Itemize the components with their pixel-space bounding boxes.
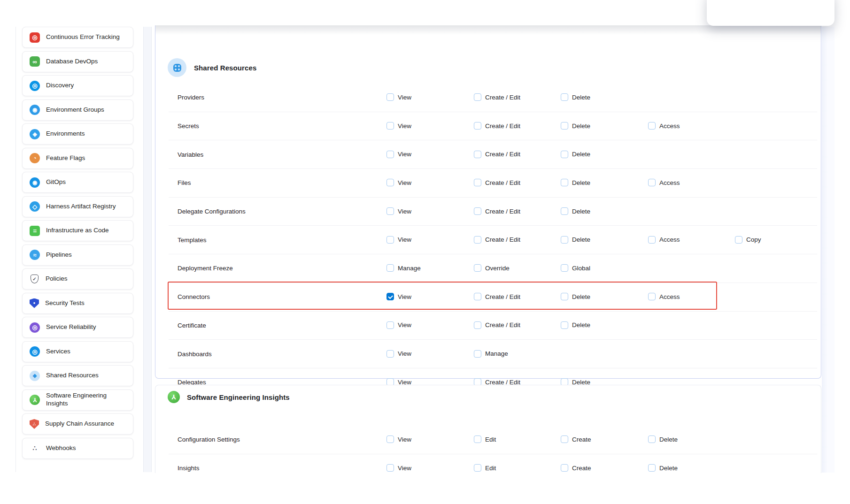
permission-view[interactable]: View bbox=[386, 122, 411, 130]
permission-create-edit[interactable]: Create / Edit bbox=[474, 293, 520, 300]
permission-access[interactable]: Access bbox=[648, 293, 680, 300]
checkbox-create[interactable] bbox=[561, 435, 568, 443]
checkbox-edit[interactable] bbox=[474, 435, 481, 443]
checkbox-create-edit[interactable] bbox=[474, 151, 481, 158]
sidebar-item-services[interactable]: Services bbox=[22, 341, 133, 362]
checkbox-create-edit[interactable] bbox=[474, 236, 481, 244]
checkbox-view[interactable] bbox=[386, 93, 394, 101]
checkbox-global[interactable] bbox=[561, 264, 568, 272]
permission-manage[interactable]: Manage bbox=[474, 350, 508, 358]
content-scrollbar[interactable] bbox=[822, 27, 835, 473]
sidebar-item-environment-groups[interactable]: Environment Groups bbox=[22, 99, 133, 121]
checkbox-view[interactable] bbox=[386, 435, 394, 443]
permission-create-edit[interactable]: Create / Edit bbox=[474, 236, 520, 244]
permission-delete[interactable]: Delete bbox=[561, 93, 590, 101]
permission-create-edit[interactable]: Create / Edit bbox=[474, 321, 520, 329]
permission-view[interactable]: View bbox=[386, 435, 411, 443]
permission-override[interactable]: Override bbox=[474, 264, 510, 272]
permission-delete[interactable]: Delete bbox=[561, 122, 590, 130]
permission-delete[interactable]: Delete bbox=[648, 435, 678, 443]
permission-view[interactable]: View bbox=[386, 464, 411, 472]
sidebar-item-policies[interactable]: Policies bbox=[22, 268, 133, 290]
permission-manage[interactable]: Manage bbox=[386, 264, 421, 272]
checkbox-delete[interactable] bbox=[561, 151, 568, 158]
sidebar-item-gitops[interactable]: GitOps bbox=[22, 172, 133, 193]
sidebar-item-service-reliability[interactable]: Service Reliability bbox=[22, 317, 133, 338]
checkbox-delete[interactable] bbox=[648, 435, 656, 443]
permission-access[interactable]: Access bbox=[648, 236, 680, 244]
checkbox-view[interactable] bbox=[386, 293, 394, 300]
sidebar-item-discovery[interactable]: Discovery bbox=[22, 75, 133, 96]
checkbox-create-edit[interactable] bbox=[474, 122, 481, 130]
checkbox-delete[interactable] bbox=[648, 464, 656, 472]
checkbox-delete[interactable] bbox=[561, 293, 568, 300]
permission-view[interactable]: View bbox=[386, 293, 411, 300]
checkbox-access[interactable] bbox=[648, 179, 656, 186]
checkbox-manage[interactable] bbox=[474, 350, 481, 358]
permission-create-edit[interactable]: Create / Edit bbox=[474, 151, 520, 158]
checkbox-create-edit[interactable] bbox=[474, 179, 481, 186]
checkbox-access[interactable] bbox=[648, 236, 656, 244]
permission-access[interactable]: Access bbox=[648, 179, 680, 186]
permission-edit[interactable]: Edit bbox=[474, 464, 496, 472]
permission-delete[interactable]: Delete bbox=[561, 151, 590, 158]
checkbox-edit[interactable] bbox=[474, 464, 481, 472]
checkbox-override[interactable] bbox=[474, 264, 481, 272]
permission-create-edit[interactable]: Create / Edit bbox=[474, 207, 520, 215]
permission-delete[interactable]: Delete bbox=[648, 464, 678, 472]
checkbox-delete[interactable] bbox=[561, 179, 568, 186]
sidebar-item-continuous-error-tracking[interactable]: Continuous Error Tracking bbox=[22, 27, 133, 48]
checkbox-view[interactable] bbox=[386, 236, 394, 244]
checkbox-view[interactable] bbox=[386, 179, 394, 186]
checkbox-create-edit[interactable] bbox=[474, 93, 481, 101]
permission-view[interactable]: View bbox=[386, 236, 411, 244]
permission-create[interactable]: Create bbox=[561, 435, 591, 443]
checkbox-manage[interactable] bbox=[386, 264, 394, 272]
sidebar-item-software-engineering-insights[interactable]: Software Engineering Insights bbox=[22, 389, 133, 411]
permission-create-edit[interactable]: Create / Edit bbox=[474, 122, 520, 130]
sidebar-scrollbar[interactable] bbox=[143, 27, 152, 472]
permission-delete[interactable]: Delete bbox=[561, 179, 590, 186]
checkbox-create-edit[interactable] bbox=[474, 207, 481, 215]
sidebar-item-feature-flags[interactable]: Feature Flags bbox=[22, 148, 133, 169]
checkbox-access[interactable] bbox=[648, 293, 656, 300]
permission-view[interactable]: View bbox=[386, 321, 411, 329]
checkbox-view[interactable] bbox=[386, 122, 394, 130]
checkbox-view[interactable] bbox=[386, 464, 394, 472]
sidebar-item-harness-artifact-registry[interactable]: Harness Artifact Registry bbox=[22, 196, 133, 217]
sidebar-item-database-devops[interactable]: Database DevOps bbox=[22, 51, 133, 72]
checkbox-view[interactable] bbox=[386, 350, 394, 358]
checkbox-view[interactable] bbox=[386, 207, 394, 215]
checkbox-create-edit[interactable] bbox=[474, 293, 481, 300]
permission-view[interactable]: View bbox=[386, 93, 411, 101]
checkbox-create-edit[interactable] bbox=[474, 321, 481, 329]
permission-create[interactable]: Create bbox=[561, 464, 591, 472]
permission-global[interactable]: Global bbox=[561, 264, 590, 272]
permission-delete[interactable]: Delete bbox=[561, 293, 590, 300]
sidebar-item-infrastructure-as-code[interactable]: Infrastructure as Code bbox=[22, 220, 133, 241]
sidebar-item-pipelines[interactable]: Pipelines bbox=[22, 244, 133, 266]
checkbox-delete[interactable] bbox=[561, 93, 568, 101]
permission-view[interactable]: View bbox=[386, 179, 411, 186]
checkbox-view[interactable] bbox=[386, 321, 394, 329]
checkbox-access[interactable] bbox=[648, 122, 656, 130]
checkbox-view[interactable] bbox=[386, 151, 394, 158]
permission-delete[interactable]: Delete bbox=[561, 321, 590, 329]
permission-create-edit[interactable]: Create / Edit bbox=[474, 179, 520, 186]
permission-delete[interactable]: Delete bbox=[561, 236, 590, 244]
permission-delete[interactable]: Delete bbox=[561, 207, 590, 215]
sidebar-item-security-tests[interactable]: Security Tests bbox=[22, 293, 133, 314]
permission-access[interactable]: Access bbox=[648, 122, 680, 130]
permission-view[interactable]: View bbox=[386, 350, 411, 358]
sidebar-item-webhooks[interactable]: Webhooks bbox=[22, 438, 133, 459]
checkbox-delete[interactable] bbox=[561, 236, 568, 244]
sidebar-item-shared-resources[interactable]: Shared Resources bbox=[22, 365, 133, 386]
sidebar-item-environments[interactable]: Environments bbox=[22, 123, 133, 145]
sidebar-item-supply-chain-assurance[interactable]: Supply Chain Assurance bbox=[22, 413, 133, 435]
checkbox-delete[interactable] bbox=[561, 207, 568, 215]
checkbox-create[interactable] bbox=[561, 464, 568, 472]
permission-view[interactable]: View bbox=[386, 207, 411, 215]
permission-view[interactable]: View bbox=[386, 151, 411, 158]
permission-copy[interactable]: Copy bbox=[735, 236, 761, 244]
checkbox-copy[interactable] bbox=[735, 236, 742, 244]
